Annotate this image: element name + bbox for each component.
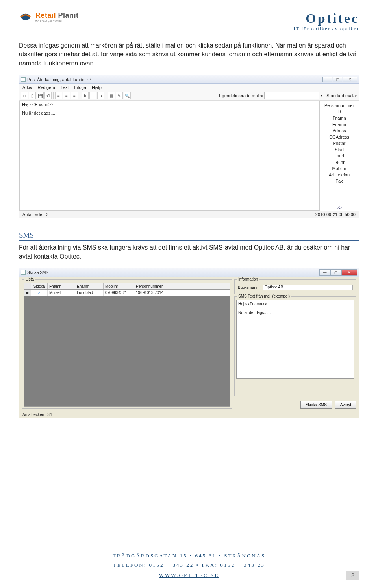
tb-new-icon[interactable]: □ <box>21 92 28 99</box>
logo-text-2: Planit <box>56 11 79 19</box>
tb-font-icon[interactable]: a1 <box>44 92 52 99</box>
footer-url[interactable]: WWW.OPTITEC.SE <box>159 572 219 578</box>
col-mobilnr[interactable]: Mobilnr <box>104 283 134 289</box>
sms-titlebar: Skicka SMS — ▢ ✕ <box>19 268 359 277</box>
tb-edit-icon[interactable]: ✎ <box>116 92 123 99</box>
row-pnr: 19691013-7014 <box>134 290 171 296</box>
tb-open-icon[interactable]: ▯ <box>29 92 36 99</box>
field-more[interactable]: >> <box>320 204 359 211</box>
group-lista-title: Lista <box>24 277 35 281</box>
sms-app-icon <box>21 270 26 275</box>
group-text-title: SMS Text från mall (exempel) <box>237 294 291 298</box>
grid-empty <box>24 296 230 407</box>
send-sms-button[interactable]: Skicka SMS <box>300 401 332 409</box>
sms-title: Skicka SMS <box>27 270 48 275</box>
cancel-button[interactable]: Avbryt <box>335 401 356 409</box>
grid-row[interactable]: ▶ ✓ Mikael Lundblad 0709634321 19691013-… <box>24 290 230 296</box>
app-icon <box>21 77 26 82</box>
col-enamn[interactable]: Enamn <box>75 283 104 289</box>
col-fnamn[interactable]: Fnamn <box>48 283 75 289</box>
editor-line-1[interactable]: Hej <<Fnamn>> <box>19 101 319 108</box>
grid-header: Skicka Fnamn Enamn Mobilnr Personnummer <box>24 283 230 290</box>
field-telnr[interactable]: Tel.nr <box>320 159 359 165</box>
col-skicka[interactable]: Skicka <box>31 283 48 289</box>
tb-zoom-icon[interactable]: 🔍 <box>124 92 131 99</box>
logo: Retail Planit we know your world <box>19 11 110 24</box>
sms-heading: SMS <box>19 231 359 241</box>
tb-underline-icon[interactable]: u <box>97 92 104 99</box>
field-land[interactable]: Land <box>320 153 359 159</box>
brand-title: Optitec <box>294 11 359 26</box>
status-rows: Antal rader: 3 <box>22 212 48 217</box>
row-selector[interactable]: ▶ <box>24 290 31 296</box>
menu-text[interactable]: Text <box>61 85 69 90</box>
tb-italic-icon[interactable]: I <box>89 92 96 99</box>
tb-save-icon[interactable]: 💾 <box>37 92 44 99</box>
sms-textarea[interactable]: Hej <<Fnamn>> Nu är det dags...... <box>236 300 354 379</box>
menu-infoga[interactable]: Infoga <box>74 85 86 90</box>
field-coadress[interactable]: COAdress <box>320 134 359 140</box>
field-personnummer[interactable]: Personnummer <box>320 102 359 109</box>
globe-icon <box>19 11 32 23</box>
group-information: Information Butiksnamn: Optitec AB <box>234 279 356 294</box>
page-footer: TRÄDGÅRDSGATAN 15 • 645 31 • STRÄNGNÄS T… <box>0 553 378 579</box>
editor-title: Post Återkallning, antal kunder : 4 <box>27 77 92 82</box>
sms-maximize-button[interactable]: ▢ <box>330 269 341 276</box>
menu-hjalp[interactable]: Hjälp <box>92 85 102 90</box>
field-arbtelefon[interactable]: Arb.telefon <box>320 172 359 178</box>
footer-phone: TELEFON: 0152 – 343 22 • FAX: 0152 – 343… <box>0 562 378 568</box>
logo-text-1: Retail <box>35 11 56 19</box>
editor-menubar: Arkiv Redigera Text Infoga Hjälp <box>19 84 359 91</box>
footer-address: TRÄDGÅRDSGATAN 15 • 645 31 • STRÄNGNÄS <box>0 553 378 559</box>
label-egendef: Egendefinierade mallar <box>219 93 263 98</box>
editor-area: Hej <<Fnamn>> Nu är det dags...... Perso… <box>19 100 359 211</box>
sms-statusbar: Antal tecken : 34 <box>19 411 359 418</box>
row-checkbox[interactable]: ✓ <box>37 291 41 295</box>
col-personnummer[interactable]: Personnummer <box>134 283 171 289</box>
field-fax[interactable]: Fax <box>320 178 359 184</box>
row-enamn: Lundblad <box>75 290 104 296</box>
page-header: Retail Planit we know your world Optitec… <box>19 11 359 32</box>
egendef-dropdown[interactable] <box>264 92 319 99</box>
close-button[interactable]: ✕ <box>343 77 357 82</box>
editor-body[interactable]: Nu är det dags...... <box>19 108 319 211</box>
tb-bold-icon[interactable]: b <box>82 92 89 99</box>
group-info-title: Information <box>237 277 259 281</box>
brand: Optitec IT för optiker av optiker <box>294 11 359 32</box>
group-sms-text: SMS Text från mall (exempel) Hej <<Fnamn… <box>234 296 356 396</box>
row-fnamn: Mikael <box>48 290 75 296</box>
minimize-button[interactable]: — <box>322 77 332 82</box>
editor-statusbar: Antal rader: 3 2010-09-21 08:50:00 <box>19 211 359 218</box>
brand-subtitle: IT för optiker av optiker <box>294 26 359 32</box>
editor-toolbar: □ ▯ 💾 a1 ≡ ≡ ≡ b I u ▦ ✎ 🔍 Egendefiniera… <box>19 91 359 100</box>
sms-close-button[interactable]: ✕ <box>341 269 357 276</box>
butik-label: Butiksnamn: <box>238 285 259 290</box>
field-stad[interactable]: Stad <box>320 146 359 153</box>
field-id[interactable]: Id <box>320 109 359 115</box>
page-number: 8 <box>346 571 359 580</box>
field-list: Personnummer Id Fnamn Enamn Adress COAdr… <box>319 101 359 211</box>
tb-table-icon[interactable]: ▦ <box>108 92 115 99</box>
field-fnamn[interactable]: Fnamn <box>320 115 359 121</box>
tb-align-center-icon[interactable]: ≡ <box>63 92 70 99</box>
field-adress[interactable]: Adress <box>320 128 359 134</box>
field-mobilnr[interactable]: Mobilnr <box>320 165 359 172</box>
editor-titlebar: Post Återkallning, antal kunder : 4 — ▢ … <box>19 75 359 84</box>
sms-window: Skicka SMS — ▢ ✕ Lista Skicka Fnamn Enam… <box>19 268 359 418</box>
field-postnr[interactable]: Postnr <box>320 140 359 146</box>
tb-align-right-icon[interactable]: ≡ <box>71 92 78 99</box>
sms-paragraph: För att återkallning via SMS ska fungera… <box>19 243 359 261</box>
tb-align-left-icon[interactable]: ≡ <box>55 92 62 99</box>
group-lista: Lista Skicka Fnamn Enamn Mobilnr Personn… <box>22 279 232 409</box>
editor-window: Post Återkallning, antal kunder : 4 — ▢ … <box>19 75 359 218</box>
menu-redigera[interactable]: Redigera <box>37 85 55 90</box>
status-timestamp: 2010-09-21 08:50:00 <box>315 212 356 217</box>
logo-subtext: we know your world <box>35 20 79 22</box>
field-enamn[interactable]: Enamn <box>320 121 359 128</box>
menu-arkiv[interactable]: Arkiv <box>22 85 32 90</box>
butik-value[interactable]: Optitec AB <box>263 285 353 290</box>
paragraph-1: Dessa infogas genom att markören är på r… <box>19 41 359 68</box>
maximize-button[interactable]: ▢ <box>333 77 342 82</box>
label-standard: Standard mallar <box>326 93 357 98</box>
sms-minimize-button[interactable]: — <box>319 269 330 276</box>
